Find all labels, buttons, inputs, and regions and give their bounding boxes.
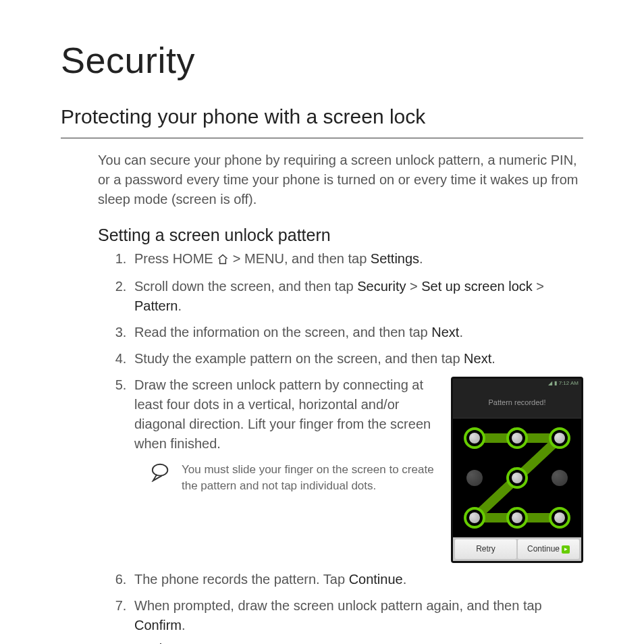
pattern-dot <box>506 507 528 529</box>
step-4: Study the example pattern on the screen,… <box>130 349 583 369</box>
text: > <box>533 279 544 294</box>
step-6: The phone records the pattern. Tap Conti… <box>130 570 583 589</box>
battery-icon: ▮ <box>554 379 557 387</box>
text: The phone records the pattern. Tap <box>134 572 349 587</box>
text: . <box>178 298 182 313</box>
text: . <box>491 351 495 366</box>
phone-button-bar: Retry Continue▸ <box>453 537 581 561</box>
keyword-pattern: Pattern <box>134 298 178 313</box>
retry-button[interactable]: Retry <box>455 539 516 559</box>
step-1: Press HOME > MENU, and then tap Settings… <box>130 249 583 270</box>
text: Draw the screen unlock pattern by connec… <box>134 377 431 451</box>
keyword-next: Next <box>464 351 491 366</box>
pattern-dot <box>464 427 485 449</box>
text: Scroll down the screen, and then tap <box>134 279 357 294</box>
continue-button[interactable]: Continue▸ <box>518 539 579 559</box>
page-title: Security <box>61 39 583 81</box>
keyword-next: Next <box>431 325 459 340</box>
text: Read the information on the screen, and … <box>134 325 431 340</box>
text: . <box>459 325 463 340</box>
step-5: Draw the screen unlock pattern by connec… <box>130 375 583 563</box>
pattern-grid <box>453 419 581 537</box>
keyword-setup-lock: Set up screen lock <box>421 279 533 294</box>
step-2: Scroll down the screen, and then tap Sec… <box>130 277 583 316</box>
note-slide-finger: You must slide your finger on the screen… <box>149 462 439 494</box>
button-label: Retry <box>476 543 495 555</box>
button-label: Continue <box>527 543 560 555</box>
text: Press HOME <box>134 251 217 266</box>
note-text: You must slide your finger on the screen… <box>182 462 439 494</box>
text: > <box>406 279 421 294</box>
speech-bubble-icon <box>149 462 172 494</box>
keyword-settings: Settings <box>371 251 419 266</box>
pattern-dot <box>506 467 528 489</box>
text: . <box>403 572 407 587</box>
svg-point-0 <box>153 464 168 476</box>
pattern-dot <box>506 427 528 449</box>
pattern-dot <box>549 507 570 529</box>
text: > MENU, and then tap <box>229 251 371 266</box>
keyword-continue: Continue <box>349 572 403 587</box>
subsection-heading: Setting a screen unlock pattern <box>98 225 583 245</box>
steps-list: Press HOME > MENU, and then tap Settings… <box>111 249 583 644</box>
text: . <box>182 618 186 633</box>
section-heading: Protecting your phone with a screen lock <box>61 105 583 138</box>
intro-paragraph: You can secure your phone by requiring a… <box>98 151 583 209</box>
phone-screenshot: ◢ ▮ 7:12 AM Pattern recorded! <box>451 377 583 563</box>
signal-icon: ◢ <box>548 379 552 387</box>
pattern-dot <box>466 470 483 486</box>
text: When prompted, draw the screen unlock pa… <box>134 598 542 613</box>
keyword-security: Security <box>357 279 406 294</box>
keyword-confirm: Confirm <box>134 618 182 633</box>
phone-header-text: Pattern recorded! <box>453 388 581 419</box>
step-3: Read the information on the screen, and … <box>130 323 583 342</box>
arrow-right-icon: ▸ <box>562 545 570 554</box>
step-7: When prompted, draw the screen unlock pa… <box>130 596 583 644</box>
text: . <box>419 251 423 266</box>
phone-status-bar: ◢ ▮ 7:12 AM <box>453 379 581 388</box>
home-icon <box>217 250 229 270</box>
pattern-dot <box>464 507 485 529</box>
text: Study the example pattern on the screen,… <box>134 351 464 366</box>
status-time: 7:12 AM <box>559 379 579 387</box>
document-page: Security Protecting your phone with a sc… <box>0 0 644 644</box>
